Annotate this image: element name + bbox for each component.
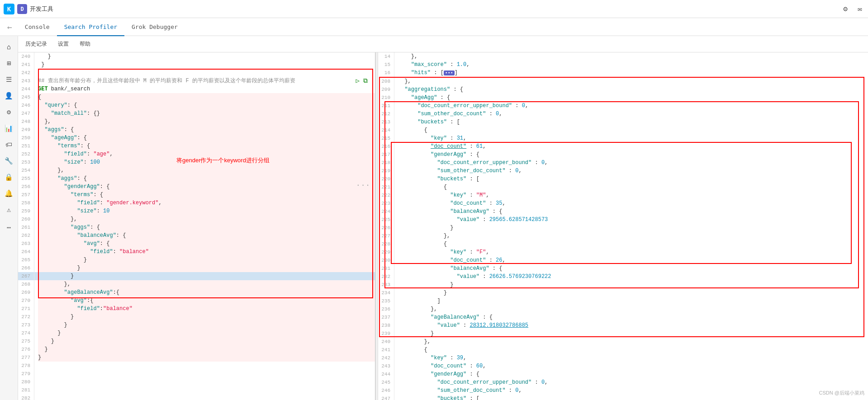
mail-icon[interactable]: ✉ xyxy=(855,5,864,14)
kibana-logo: K xyxy=(4,4,14,14)
nav-back-icon[interactable]: ← xyxy=(7,22,12,32)
topbar: K D 开发工具 ⚙ ✉ xyxy=(0,0,868,18)
tab-search-profiler[interactable]: Search Profiler xyxy=(57,18,124,36)
navbar: ← Console Search Profiler Grok Debugger xyxy=(0,18,868,36)
tab-console[interactable]: Console xyxy=(18,18,57,36)
topbar-right: ⚙ ✉ xyxy=(841,5,864,14)
dev-tools-logo: D xyxy=(17,4,27,14)
logo-area: K D 开发工具 xyxy=(4,4,53,14)
settings-icon[interactable]: ⚙ xyxy=(841,5,850,14)
tab-grok-debugger[interactable]: Grok Debugger xyxy=(124,18,185,36)
app-name: 开发工具 xyxy=(30,5,53,13)
